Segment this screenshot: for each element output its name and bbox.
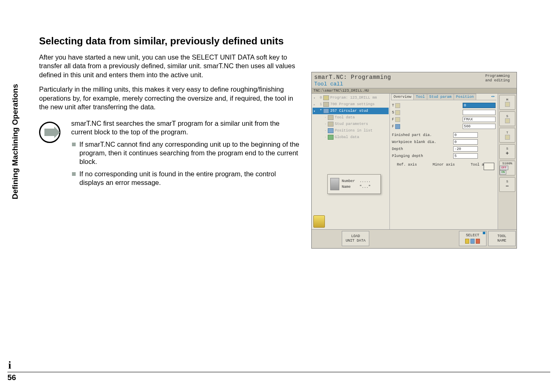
input-depth[interactable]: -20 bbox=[453, 146, 478, 152]
tab-stud-param[interactable]: Stud param bbox=[427, 94, 454, 100]
row-feed2: F 500 bbox=[392, 123, 496, 130]
toolbar-s100-label: S100% bbox=[502, 162, 512, 165]
input-tool-number[interactable]: 0 bbox=[463, 103, 496, 108]
axis-labels-row: Ref. axis Minor axis Tool axis bbox=[391, 161, 496, 168]
program-tree: ▾ 0 Program: 123_DRILL mm ▸ 1 700 Progra… bbox=[312, 94, 390, 229]
softkey-select-label: SELECT bbox=[466, 233, 479, 238]
toolbar-sminus-label: S bbox=[506, 180, 508, 183]
tab-tool[interactable]: Tool bbox=[413, 94, 427, 100]
label-ref-axis: Ref. axis bbox=[397, 163, 417, 167]
unit-form: Overview Tool Stud param Position ◂▸ T 0… bbox=[390, 94, 498, 229]
s-icon bbox=[395, 110, 400, 115]
tree-row-positions[interactable]: · Positions in list bbox=[313, 127, 389, 134]
tree-row-label: Global data bbox=[335, 135, 359, 139]
toolbar-t-label: T bbox=[506, 131, 508, 134]
popup-name-value: "..." bbox=[359, 185, 371, 189]
tree-row-num: 1 bbox=[318, 102, 322, 106]
s-btn-icon bbox=[505, 118, 510, 123]
minus-icon: − bbox=[506, 184, 509, 189]
main-content: Selecting data from similar, previously … bbox=[39, 35, 302, 191]
label-blank-dia: Workpiece blank dia. bbox=[392, 140, 452, 144]
softkey-select[interactable]: SELECT bbox=[459, 231, 486, 246]
tree-row-num: 0 bbox=[318, 96, 322, 100]
f-icon bbox=[395, 117, 400, 122]
tree-row-num: · bbox=[322, 115, 327, 120]
toolbar-btn-s[interactable]: S bbox=[499, 111, 515, 126]
form-rows: T 0 S F FMAX F 500 bbox=[391, 100, 496, 161]
screenshot-titlebar: smarT.NC: Programming Tool call Programm… bbox=[312, 72, 517, 88]
right-toolbar: M S T S+ S100% OFF ON S− bbox=[498, 94, 517, 229]
paragraph-1: After you have started a new unit, you c… bbox=[39, 53, 302, 79]
toolbar-btn-s-plus[interactable]: S+ bbox=[499, 144, 515, 159]
softkey-5 bbox=[430, 231, 457, 246]
toolbar-splus-label: S bbox=[506, 147, 508, 150]
arrow-icon bbox=[44, 129, 55, 136]
toolbar-btn-s-minus[interactable]: S− bbox=[499, 177, 515, 192]
footer-divider bbox=[7, 372, 550, 372]
tree-row-tool-data[interactable]: · Tool data bbox=[313, 114, 389, 121]
label-minor-axis: Minor axis bbox=[433, 163, 455, 167]
popup-name-label: Name bbox=[342, 185, 351, 189]
tree-caret-icon: ▾ bbox=[313, 96, 317, 100]
label-t: T bbox=[392, 103, 431, 108]
note-bullet-list: If smarT.NC cannot find any correspondin… bbox=[72, 140, 302, 187]
input-feed[interactable]: FMAX bbox=[463, 117, 496, 122]
input-feed2[interactable]: 500 bbox=[463, 124, 496, 129]
page-number: 56 bbox=[7, 373, 16, 382]
form-tabs: Overview Tool Stud param Position ◂▸ bbox=[391, 94, 496, 100]
note-arrow-icon bbox=[39, 122, 60, 143]
tree-row-num: · bbox=[322, 122, 327, 126]
tree-caret-icon: ▸ bbox=[313, 103, 317, 106]
toolbar-btn-s100[interactable]: S100% OFF ON bbox=[499, 161, 515, 175]
cnc-screenshot: smarT.NC: Programming Tool call Programm… bbox=[311, 72, 517, 249]
mode-line1: Programming bbox=[485, 74, 512, 78]
softkey-bar: LOAD UNIT DATA SELECT TOOL NAME bbox=[312, 229, 517, 247]
tree-row-settings[interactable]: ▸ 1 700 Program settings bbox=[313, 101, 389, 108]
stud-icon bbox=[323, 108, 329, 113]
label-depth: Depth bbox=[392, 147, 452, 151]
note-text: smarT.NC first searches the smarT progra… bbox=[71, 119, 302, 191]
off-pill: OFF bbox=[500, 166, 508, 170]
t-icon bbox=[395, 103, 400, 108]
input-spindle[interactable] bbox=[463, 110, 496, 115]
label-f: F bbox=[392, 117, 431, 122]
toolbar-btn-m[interactable]: M bbox=[499, 95, 515, 110]
tree-row-stud-params[interactable]: · Stud parameters bbox=[313, 121, 389, 127]
input-plunge-depth[interactable]: 5 bbox=[453, 153, 478, 159]
softkey-select-icons bbox=[465, 239, 480, 244]
tree-row-global-data[interactable]: · Global data bbox=[313, 134, 389, 141]
tab-position[interactable]: Position bbox=[454, 94, 476, 100]
tree-row-circular-stud[interactable]: ▾ * 257 Circular stud bbox=[313, 108, 389, 114]
tab-scroll-arrows-icon[interactable]: ◂▸ bbox=[489, 94, 496, 100]
plus-icon: + bbox=[506, 151, 509, 156]
row-finished-dia: Finished part dia. 0 bbox=[392, 131, 496, 138]
mode-line2: and editing bbox=[485, 78, 512, 83]
input-blank-dia[interactable]: 0 bbox=[453, 139, 478, 145]
softkey-tool-name[interactable]: TOOL NAME bbox=[488, 231, 516, 246]
softkey-load-l1: LOAD bbox=[351, 234, 360, 239]
screenshot-title-main: smarT.NC: Programming bbox=[314, 74, 391, 81]
input-finished-dia[interactable]: 0 bbox=[453, 132, 478, 138]
s-label-text: S bbox=[392, 111, 394, 115]
select-icon-1 bbox=[465, 239, 469, 244]
tab-overview[interactable]: Overview bbox=[391, 94, 414, 100]
settings-icon bbox=[323, 102, 329, 107]
tree-row-num: * bbox=[318, 109, 322, 113]
softkey-1 bbox=[313, 231, 340, 246]
screenshot-title-sub: Tool call bbox=[314, 81, 391, 88]
toolbar-btn-t[interactable]: T bbox=[499, 128, 515, 143]
note-block: smarT.NC first searches the smarT progra… bbox=[39, 119, 302, 191]
tree-row-label: Stud parameters bbox=[335, 122, 368, 126]
softkey-load-l2: UNIT DATA bbox=[345, 239, 366, 243]
tree-row-program[interactable]: ▾ 0 Program: 123_DRILL mm bbox=[313, 95, 389, 101]
tree-row-num: · bbox=[322, 129, 327, 133]
select-icon-2 bbox=[470, 239, 475, 244]
softkey-tool-l2: NAME bbox=[498, 239, 507, 243]
toolbar-s-label: S bbox=[506, 115, 508, 118]
positions-icon bbox=[328, 128, 334, 133]
screenshot-body: ▾ 0 Program: 123_DRILL mm ▸ 1 700 Progra… bbox=[312, 94, 517, 229]
tree-row-label: 700 Program settings bbox=[330, 102, 375, 106]
softkey-load-unit-data[interactable]: LOAD UNIT DATA bbox=[342, 231, 369, 246]
m-icon bbox=[505, 102, 510, 107]
tree-bottom-tool-icon bbox=[313, 215, 325, 228]
